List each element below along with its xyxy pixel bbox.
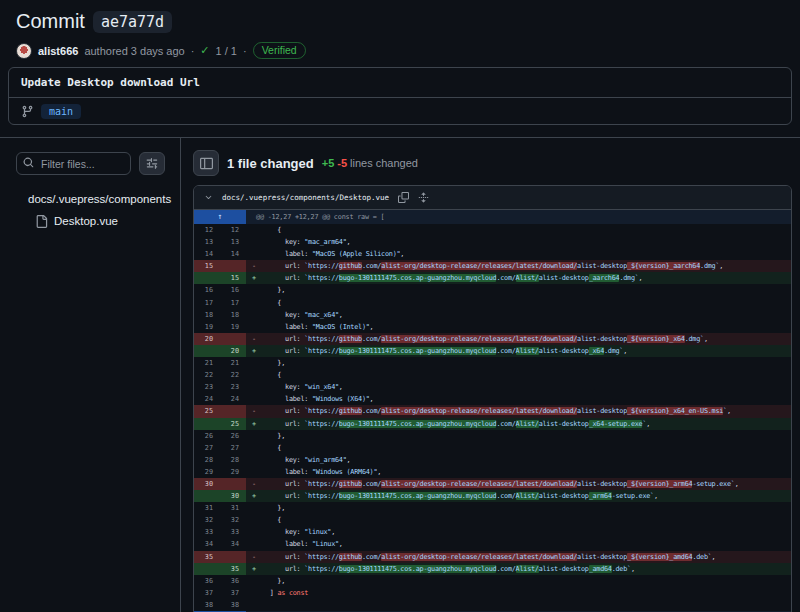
new-line-number[interactable]: 23	[220, 381, 246, 393]
new-line-number[interactable]: 32	[220, 514, 246, 526]
diff-line-row: 1414 label: "MacOS (Apple Silicon)",	[194, 248, 791, 260]
old-line-number[interactable]: 26	[194, 430, 220, 442]
new-line-number[interactable]: 16	[220, 284, 246, 296]
old-line-number[interactable]: 25	[194, 405, 220, 417]
new-line-number[interactable]: 35	[220, 563, 246, 575]
verified-badge[interactable]: Verified	[253, 42, 306, 59]
diff-line-row: 20- url: `https://github.com/alist-org/d…	[194, 333, 791, 345]
new-line-number[interactable]: 31	[220, 502, 246, 514]
new-line-number[interactable]: 26	[220, 430, 246, 442]
old-line-number[interactable]: 31	[194, 502, 220, 514]
tree-folder-row[interactable]: docs/.vuepress/components	[16, 188, 165, 210]
new-line-number[interactable]	[220, 551, 246, 563]
checks-count[interactable]: 1 / 1	[216, 45, 237, 57]
diff-line-row: 15+ url: `https://bugo-1301111475.cos.ap…	[194, 272, 791, 284]
filter-settings-button[interactable]	[139, 152, 165, 175]
file-path[interactable]: docs/.vuepress/components/Desktop.vue	[222, 193, 389, 202]
old-line-number[interactable]: 23	[194, 381, 220, 393]
diff-marker	[246, 381, 262, 393]
diff-marker: -	[246, 478, 262, 490]
old-line-number[interactable]: 28	[194, 454, 220, 466]
old-line-number[interactable]: 36	[194, 575, 220, 587]
old-line-number[interactable]	[194, 563, 220, 575]
new-line-number[interactable]: 36	[220, 575, 246, 587]
new-line-number[interactable]: 38	[220, 599, 246, 611]
new-line-number[interactable]: 22	[220, 369, 246, 381]
old-line-number[interactable]	[194, 490, 220, 502]
new-line-number[interactable]: 29	[220, 466, 246, 478]
collapse-file-chevron-icon[interactable]	[204, 193, 213, 202]
old-line-number[interactable]: 38	[194, 599, 220, 611]
new-line-number[interactable]: 24	[220, 393, 246, 405]
code-line: label: "MacOS (Apple Silicon)",	[262, 248, 791, 260]
tree-file-row[interactable]: Desktop.vue	[16, 210, 165, 232]
additions-count: +5	[322, 157, 335, 169]
old-line-number[interactable]: 17	[194, 297, 220, 309]
diff-marker	[246, 454, 262, 466]
new-line-number[interactable]: 19	[220, 321, 246, 333]
old-line-number[interactable]: 37	[194, 587, 220, 599]
diff-line-row: 3636 },	[194, 575, 791, 587]
new-line-number[interactable]: 34	[220, 538, 246, 550]
old-line-number[interactable]: 19	[194, 321, 220, 333]
old-line-number[interactable]: 32	[194, 514, 220, 526]
old-line-number[interactable]: 34	[194, 538, 220, 550]
old-line-number[interactable]	[194, 418, 220, 430]
new-line-number[interactable]: 14	[220, 248, 246, 260]
old-line-number[interactable]: 21	[194, 357, 220, 369]
new-line-number[interactable]: 21	[220, 357, 246, 369]
author-link[interactable]: alist666	[38, 45, 78, 57]
diff-table: ↑@@ -12,27 +12,27 @@ const raw = [1212 {…	[194, 210, 791, 612]
diff-line-row: 1919 label: "MacOS (Intel)",	[194, 321, 791, 333]
new-line-number[interactable]: 17	[220, 297, 246, 309]
new-line-number[interactable]: 27	[220, 442, 246, 454]
old-line-number[interactable]: 35	[194, 551, 220, 563]
new-line-number[interactable]	[220, 333, 246, 345]
old-line-number[interactable]: 15	[194, 260, 220, 272]
diff-marker: -	[246, 551, 262, 563]
search-icon	[23, 157, 34, 168]
copy-path-button[interactable]	[398, 192, 409, 203]
old-line-number[interactable]: 24	[194, 393, 220, 405]
new-line-number[interactable]: 12	[220, 224, 246, 236]
new-line-number[interactable]	[220, 478, 246, 490]
old-line-number[interactable]: 30	[194, 478, 220, 490]
avatar[interactable]	[16, 43, 32, 59]
new-line-number[interactable]: 15	[220, 272, 246, 284]
old-line-number[interactable]: 18	[194, 309, 220, 321]
old-line-number[interactable]: 29	[194, 466, 220, 478]
diff-line-row: 35+ url: `https://bugo-1301111475.cos.ap…	[194, 563, 791, 575]
sliders-icon	[146, 158, 158, 170]
diff-line-row: 2323 key: "win_x64",	[194, 381, 791, 393]
old-line-number[interactable]: 12	[194, 224, 220, 236]
old-line-number[interactable]: 20	[194, 333, 220, 345]
old-line-number[interactable]: 27	[194, 442, 220, 454]
expand-up-button[interactable]: ↑	[194, 210, 246, 224]
diff-marker	[246, 466, 262, 478]
file-tree-toggle-button[interactable]	[193, 150, 219, 176]
new-line-number[interactable]: 18	[220, 309, 246, 321]
expand-all-hunks-button[interactable]	[418, 192, 429, 203]
new-line-number[interactable]: 13	[220, 236, 246, 248]
old-line-number[interactable]	[194, 272, 220, 284]
new-line-number[interactable]: 37	[220, 587, 246, 599]
diff-line-row: 2727 {	[194, 442, 791, 454]
old-line-number[interactable]: 22	[194, 369, 220, 381]
old-line-number[interactable]: 14	[194, 248, 220, 260]
diff-marker: +	[246, 563, 262, 575]
diff-marker: +	[246, 490, 262, 502]
new-line-number[interactable]: 25	[220, 418, 246, 430]
old-line-number[interactable]: 33	[194, 526, 220, 538]
old-line-number[interactable]: 16	[194, 284, 220, 296]
old-line-number[interactable]: 13	[194, 236, 220, 248]
new-line-number[interactable]: 20	[220, 345, 246, 357]
new-line-number[interactable]: 33	[220, 526, 246, 538]
new-line-number[interactable]: 28	[220, 454, 246, 466]
branch-label[interactable]: main	[41, 104, 81, 119]
new-line-number[interactable]	[220, 405, 246, 417]
new-line-number[interactable]	[220, 260, 246, 272]
new-line-number[interactable]: 30	[220, 490, 246, 502]
file-tree-sidebar: docs/.vuepress/components Desktop.vue	[0, 138, 181, 612]
old-line-number[interactable]	[194, 345, 220, 357]
code-line: url: `https://github.com/alist-org/deskt…	[262, 551, 791, 563]
